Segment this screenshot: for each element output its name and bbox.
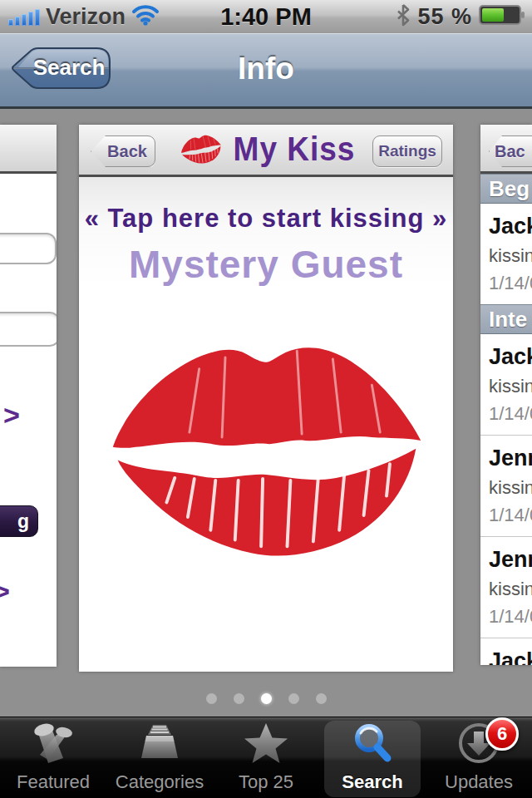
text-field-fragment	[0, 233, 57, 264]
list-section-header: Beg	[480, 174, 532, 204]
app-ratings-button: Ratings	[372, 135, 442, 167]
battery-percent-label: 55 %	[417, 4, 472, 30]
tab-label: Top 25	[239, 771, 293, 793]
list-item: Jack kissin 1/14/0	[480, 204, 532, 304]
text-field-fragment	[0, 312, 57, 347]
lips-icon	[174, 127, 228, 171]
tap-to-kiss-caption: « Tap here to start kissing »	[79, 177, 453, 234]
chevron-right-glyph: >	[3, 399, 20, 431]
battery-icon	[479, 3, 525, 30]
tab-label: Featured	[17, 771, 90, 793]
guest-name-label: Mystery Guest	[79, 242, 453, 287]
spotlight-icon	[30, 722, 76, 768]
list-item: Jack kissin 1/14/0	[480, 334, 532, 435]
page-title: Info	[0, 52, 532, 86]
screenshot-carousel: > g > Back My Kiss Ratings	[0, 109, 532, 717]
page-dot	[316, 693, 327, 704]
page-dot	[206, 693, 217, 704]
tab-label: Categories	[116, 771, 204, 793]
tab-updates[interactable]: 6 Updates	[426, 717, 532, 798]
app-title: My Kiss	[234, 131, 356, 168]
tab-label: Search	[342, 771, 402, 793]
screenshot-left-header	[0, 125, 57, 174]
ratings-list: Beg Jack kissin 1/14/0 Inte Jack kissin …	[480, 174, 532, 665]
tab-featured[interactable]: Featured	[0, 717, 106, 798]
app-header: Back My Kiss Ratings	[79, 125, 453, 177]
list-item: Jenn kissin 1/14/0	[480, 435, 532, 536]
search-icon	[349, 722, 396, 768]
list-item: Jenn kissin 1/14/0	[480, 536, 532, 638]
app-back-button-fragment: Bac	[489, 135, 532, 167]
chevron-right-glyph: >	[0, 575, 10, 608]
updates-badge: 6	[485, 717, 519, 751]
bluetooth-icon	[396, 3, 411, 30]
page-indicator	[0, 693, 532, 704]
screenshot-next[interactable]: Bac Beg Jack kissin 1/14/0 Inte Jack kis…	[480, 125, 532, 665]
tab-bar: Featured Categories Top 25	[0, 717, 532, 798]
purple-button-fragment: g	[0, 505, 38, 537]
kiss-lips-image	[79, 310, 453, 566]
screenshot-right-header: Bac	[480, 125, 532, 174]
tab-search[interactable]: Search	[319, 717, 426, 798]
page-dot	[234, 693, 244, 704]
page-dot-active	[261, 693, 272, 704]
navigation-bar: Search Info	[0, 33, 532, 109]
tab-label: Updates	[445, 771, 513, 793]
page-dot	[288, 693, 299, 704]
archive-box-icon	[136, 722, 183, 768]
tab-categories[interactable]: Categories	[106, 717, 213, 798]
list-section-header: Inte	[480, 304, 532, 334]
screenshot-previous[interactable]: > g >	[0, 125, 57, 667]
list-item: Jack kissin 1/14/0	[480, 638, 532, 665]
status-bar: Verizon 1:40 PM 55 %	[0, 0, 532, 34]
star-icon	[243, 722, 289, 768]
iphone-screen: Verizon 1:40 PM 55 %	[0, 0, 532, 798]
tab-top25[interactable]: Top 25	[213, 717, 319, 798]
screenshot-current[interactable]: Back My Kiss Ratings « Tap here to start…	[79, 125, 453, 672]
